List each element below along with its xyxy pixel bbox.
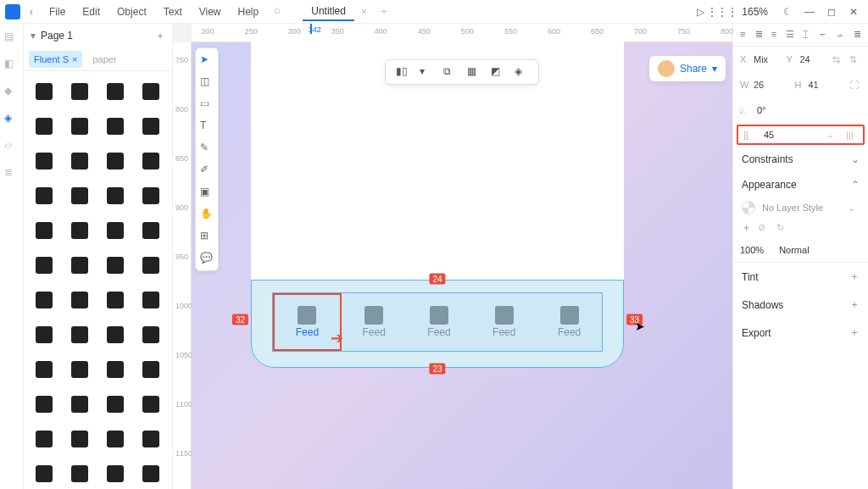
close-tab-icon[interactable]: × [361,6,367,18]
library-icon[interactable] [101,215,131,245]
minimize-icon[interactable]: ― [800,3,819,21]
library-icon[interactable] [101,285,131,314]
library-icon[interactable] [101,458,131,488]
library-icon[interactable] [64,389,94,419]
library-icon[interactable] [29,389,58,419]
align-left-icon[interactable]: ≡ [740,29,747,41]
filter-chip-ghost[interactable]: paper [87,51,121,68]
library-icon[interactable] [29,76,58,106]
library-icon[interactable] [64,250,94,280]
add-page-icon[interactable]: ＋ [155,29,165,43]
align-justify-icon[interactable]: ☰ [786,29,794,41]
tabbar-selection[interactable]: 24 23 32 33 ➤ Feed ➔ Feed [251,280,624,368]
x-field[interactable]: XMix [740,54,782,64]
library-icon[interactable] [136,76,166,106]
library-icon[interactable] [29,111,58,141]
library-icon[interactable] [29,146,58,175]
library-icon[interactable] [136,181,166,210]
opacity-value[interactable]: 100% [740,245,764,255]
library-icon[interactable] [29,424,58,453]
menu-file[interactable]: File [42,3,72,20]
library-icon[interactable] [101,424,131,453]
rect-tool-icon[interactable]: ▭ [200,97,214,111]
back-button[interactable]: ‹ [24,4,39,19]
tint-section[interactable]: Tint ＋ [733,263,868,291]
tab-item[interactable]: Feed [407,293,472,351]
library-icon[interactable] [29,320,58,349]
library-icon[interactable] [101,146,131,175]
flip-h-icon[interactable]: ⇆ [832,54,844,65]
library-icon[interactable] [64,181,94,210]
comment-tool-icon[interactable]: 💬 [200,252,214,265]
zoom-level[interactable]: 165% [735,6,775,18]
library-icon[interactable] [64,320,94,349]
library-icon[interactable] [64,76,94,106]
library-icon[interactable] [64,285,94,314]
menu-object[interactable]: Object [110,3,153,20]
flip-v-icon[interactable]: ⇅ [849,54,861,65]
constraints-section[interactable]: Constraints ⌄ [733,147,868,172]
library-icon[interactable] [64,424,94,453]
library-icon[interactable] [64,458,94,488]
library-icon[interactable] [136,458,166,488]
align-center-icon[interactable]: ≣ [755,29,763,41]
menu-help[interactable]: Help [231,3,266,20]
distribute-v-icon[interactable]: ||| [846,130,858,140]
library-icon[interactable] [101,76,131,106]
components-icon[interactable]: ◆ [4,85,19,100]
library-icon[interactable] [136,354,166,384]
opt-chevron-icon[interactable]: ▾ [420,65,433,79]
canvas[interactable]: 200 250 300 350 400 450 500 550 600 650 … [173,24,732,489]
opt-stack-icon[interactable]: ▮▯ [396,65,409,79]
library-icon[interactable] [101,181,131,210]
opt-grid-icon[interactable]: ▦ [467,65,481,79]
add-export-icon[interactable]: ＋ [849,325,860,340]
library-icon[interactable] [29,458,58,488]
text-tool-icon[interactable]: T [200,119,214,133]
add-style-icon[interactable]: ＋ [742,221,751,234]
library-icon[interactable] [29,285,58,314]
hand-tool-icon[interactable]: ✋ [200,208,214,221]
tab-item[interactable]: Feed [471,293,537,351]
library-icon[interactable] [64,215,94,245]
shadows-section[interactable]: Shadows ＋ [733,291,868,319]
library-icon[interactable] [101,389,131,419]
library-icon[interactable] [29,250,58,280]
library-icon[interactable] [64,354,94,384]
assets-icon[interactable]: ◧ [4,58,19,73]
layers-icon[interactable]: ▤ [4,31,19,46]
blend-mode[interactable]: Normal [779,245,809,255]
library-icon[interactable] [29,354,58,384]
filter-chip-active[interactable]: Fluent S × [29,51,82,68]
select-tool-icon[interactable]: ➤ [200,53,214,67]
library-icon[interactable] [136,215,166,245]
align-right-icon[interactable]: ≡ [771,29,778,41]
tab-item[interactable]: Feed [537,293,602,351]
maximize-icon[interactable]: ◻ [822,3,841,21]
menu-view[interactable]: View [192,3,228,20]
grid-tool-icon[interactable]: ⊞ [200,230,214,243]
icons-tab-icon[interactable]: ◈ [4,112,19,127]
pencil-tool-icon[interactable]: ✐ [200,164,214,177]
home-icon[interactable]: ⌂ [274,4,289,19]
menu-edit[interactable]: Edit [75,3,107,20]
export-section[interactable]: Export ＋ [733,319,868,347]
menu-text[interactable]: Text [157,3,189,20]
align-top-icon[interactable]: ⌶ [803,29,810,41]
align-middle-icon[interactable]: ⫟ [818,29,827,41]
page-selector[interactable]: ▾ Page 1 ＋ [24,24,172,47]
opt-diamond-icon[interactable]: ◈ [515,65,528,79]
library-icon[interactable] [136,111,166,141]
image-tool-icon[interactable]: ▣ [200,186,214,199]
rotation-value[interactable]: 0° [757,105,766,115]
y-field[interactable]: Y24 [787,54,828,64]
library-icon[interactable] [136,320,166,349]
distribute-h-icon[interactable]: ⫠ [826,130,837,140]
library-icon[interactable] [136,424,166,453]
library-icon[interactable] [64,146,94,175]
theme-icon[interactable]: ☾ [778,3,797,21]
library-icon[interactable] [101,354,131,384]
library-icon[interactable] [136,285,166,314]
w-field[interactable]: W26 [740,80,790,90]
library-icon[interactable] [29,181,58,210]
